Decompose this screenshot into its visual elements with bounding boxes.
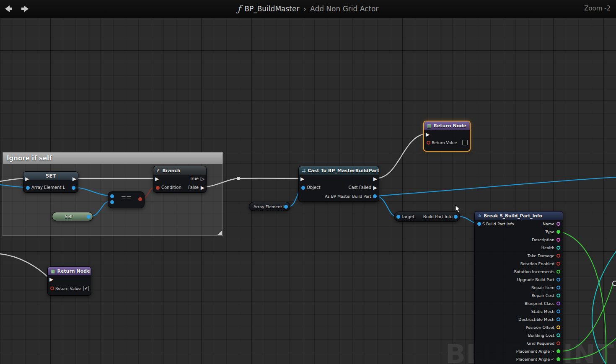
data-pin[interactable] — [556, 349, 560, 353]
return-node-header[interactable]: ▦ Return Node — [424, 121, 470, 130]
return-node-title: Return Node — [433, 123, 466, 129]
exec-in-pin[interactable]: ▶ — [426, 132, 430, 137]
pin-label: Repair Item — [531, 285, 554, 290]
break-output-row: Placement Angle < — [475, 355, 560, 363]
return-node-bottom[interactable]: ▦ Return Node ▶ Return Value ✔ — [47, 266, 91, 296]
equals-input-b-pin[interactable] — [110, 200, 114, 204]
array-element-node[interactable]: Array Element L — [249, 202, 290, 211]
back-button[interactable] — [3, 4, 14, 14]
data-pin[interactable] — [556, 333, 560, 337]
data-pin[interactable] — [556, 357, 560, 361]
wire-exec-in-return-bottom[interactable] — [0, 254, 50, 279]
cast-node[interactable]: ⇉ Cast To BP_MasterBuildPart ▶ Object ▶ … — [298, 166, 379, 202]
data-pin[interactable] — [556, 262, 560, 266]
data-pin[interactable] — [556, 318, 560, 321]
breadcrumb-chevron-icon: › — [303, 4, 306, 13]
equals-node[interactable]: == — [108, 191, 145, 208]
cast-node-title: Cast To BP_MasterBuildPart — [308, 168, 379, 173]
condition-pin[interactable] — [156, 186, 160, 190]
break-node-header[interactable]: ⋔ Break S_Build_Part_Info — [475, 212, 563, 220]
return-value-pin[interactable] — [50, 287, 54, 290]
exec-in-pin[interactable]: ▶ — [25, 176, 29, 181]
comment-title[interactable]: Ignore if self — [3, 152, 223, 164]
object-label: Object — [307, 185, 321, 190]
pin-label: Building Cost — [528, 333, 554, 338]
break-output-row: Rotation Increments — [475, 268, 560, 276]
data-pin[interactable] — [556, 302, 560, 305]
exec-in-pin[interactable]: ▶ — [300, 176, 304, 181]
pin-label: Static Mesh — [531, 309, 554, 314]
build-part-info-out-pin[interactable] — [454, 215, 458, 219]
break-struct-node[interactable]: ⋔ Break S_Build_Part_Info S Build Part I… — [474, 211, 563, 364]
true-exec-pin[interactable]: ▷ — [201, 176, 204, 181]
data-pin[interactable] — [556, 238, 560, 242]
pin-label: Health — [541, 245, 554, 250]
condition-label: Condition — [161, 185, 181, 190]
data-pin[interactable] — [556, 230, 560, 234]
return-value-checkbox[interactable] — [462, 140, 468, 145]
return-icon: ▦ — [51, 268, 55, 274]
return-value-pin[interactable] — [427, 141, 430, 145]
pin-label: Rotation Enabled — [520, 261, 554, 266]
false-exec-pin[interactable]: ▶ — [201, 185, 204, 190]
object-pin[interactable] — [301, 186, 305, 190]
break-output-row: Description — [475, 236, 560, 244]
equals-result-pin[interactable] — [138, 197, 142, 201]
wire-cast-to-right-edge[interactable] — [377, 177, 616, 196]
forward-button[interactable] — [20, 4, 31, 14]
as-bp-master-build-part-pin[interactable] — [373, 194, 377, 198]
exec-out-pin[interactable]: ▶ — [373, 176, 377, 181]
blueprint-canvas[interactable]: BLUEPRINT Ignore if self — [0, 0, 616, 364]
reroute-node[interactable] — [237, 177, 240, 180]
array-element-out-pin[interactable] — [284, 205, 288, 209]
data-pin[interactable] — [556, 270, 560, 274]
comment-resize-handle[interactable] — [217, 230, 222, 235]
exec-in-pin[interactable]: ▶ — [155, 176, 159, 181]
return-node-top[interactable]: ▦ Return Node ▶ Return Value — [423, 121, 471, 152]
wire-exec-cast-to-return[interactable] — [377, 134, 425, 178]
break-output-row: Grid Required — [475, 339, 560, 347]
data-pin[interactable] — [556, 325, 560, 329]
graph-name[interactable]: Add Non Grid Actor — [310, 5, 378, 13]
back-icon — [3, 4, 13, 14]
break-output-row: Take Damage — [475, 252, 560, 260]
data-pin[interactable] — [556, 294, 560, 297]
branch-node-header[interactable]: ↱ Branch — [153, 166, 206, 175]
data-pin[interactable] — [556, 222, 560, 226]
build-part-info-node[interactable]: Target Build Part Info — [394, 212, 460, 222]
set-node-title[interactable]: SET — [23, 172, 78, 180]
self-node[interactable]: Self — [52, 212, 93, 221]
blueprint-name[interactable]: BP_BuildMaster — [244, 5, 299, 13]
return-icon: ▦ — [427, 123, 431, 129]
pin-label: Upgrade Build Part — [517, 277, 554, 282]
break-output-row: Upgrade Build Part — [475, 276, 560, 284]
self-out-pin[interactable] — [87, 215, 91, 219]
return-node-header[interactable]: ▦ Return Node — [48, 267, 91, 275]
exec-in-pin[interactable]: ▶ — [49, 277, 53, 282]
data-pin[interactable] — [556, 254, 560, 258]
return-node-title: Return Node — [57, 268, 90, 274]
pin-label: Repair Cost — [531, 293, 554, 298]
cast-failed-exec-pin[interactable]: ▶ — [373, 185, 377, 190]
set-node[interactable]: SET ▶ ▶ Array Element L — [23, 171, 78, 193]
break-output-row: Position Offset — [475, 323, 560, 331]
equals-input-a-pin[interactable] — [110, 194, 114, 198]
offscreen-node-pin[interactable] — [612, 281, 616, 286]
pin-label: Description — [532, 238, 554, 242]
data-pin[interactable] — [556, 341, 560, 345]
data-pin[interactable] — [556, 310, 560, 313]
data-pin[interactable] — [556, 246, 560, 250]
return-value-checkbox[interactable]: ✔ — [83, 286, 89, 291]
wire-cast-to-target[interactable] — [377, 196, 395, 216]
data-pin[interactable] — [556, 278, 560, 281]
target-pin[interactable] — [396, 215, 400, 219]
branch-node[interactable]: ↱ Branch ▶ Condition True ▷ False ▶ — [153, 166, 207, 193]
data-pin[interactable] — [556, 286, 560, 289]
cast-node-header[interactable]: ⇉ Cast To BP_MasterBuildPart — [299, 166, 379, 175]
array-element-in-pin[interactable] — [26, 186, 30, 190]
break-icon: ⋔ — [478, 213, 481, 219]
pin-label: Placement Angle < — [516, 357, 554, 361]
array-element-out-pin[interactable] — [72, 186, 75, 190]
graph-title-bar: ƒ BP_BuildMaster › Add Non Grid Actor Zo… — [0, 0, 616, 18]
exec-out-pin[interactable]: ▶ — [72, 176, 76, 181]
